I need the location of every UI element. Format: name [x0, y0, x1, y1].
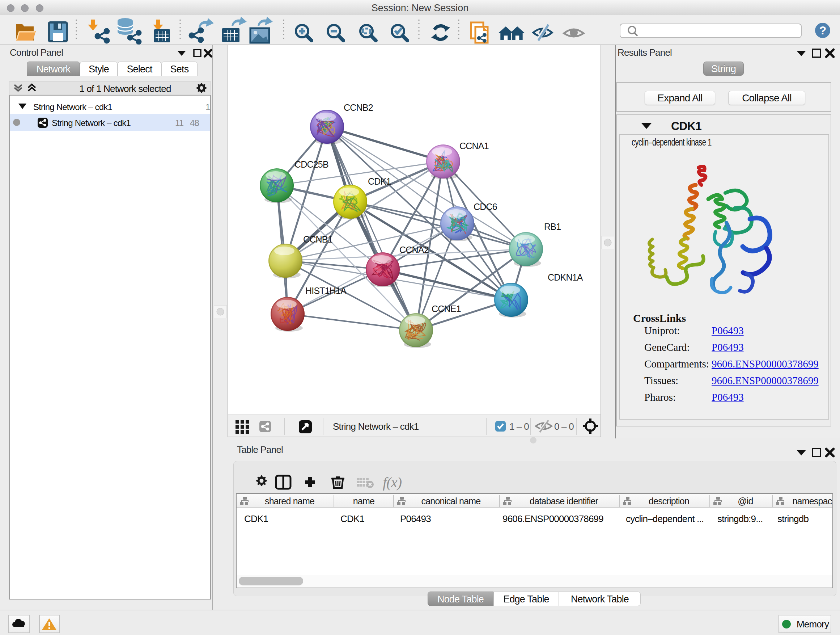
svg-text:1 – 0: 1 – 0	[509, 421, 529, 432]
svg-text:RB1: RB1	[544, 222, 561, 232]
svg-text:CCNA2: CCNA2	[399, 245, 429, 255]
svg-text:database identifier: database identifier	[530, 496, 598, 506]
svg-text:name: name	[353, 496, 374, 506]
svg-text:CDC6: CDC6	[474, 202, 497, 212]
svg-text:canonical name: canonical name	[422, 496, 481, 506]
svg-text:?: ?	[819, 24, 826, 37]
svg-text:shared name: shared name	[265, 496, 314, 506]
svg-text:CCNA1: CCNA1	[459, 141, 489, 151]
svg-text:namespac: namespac	[793, 496, 832, 506]
svg-text:CCNE1: CCNE1	[431, 304, 461, 314]
svg-text:CCNB2: CCNB2	[344, 103, 373, 112]
svg-text:0 – 0: 0 – 0	[554, 421, 574, 432]
svg-text:CDC25B: CDC25B	[294, 159, 328, 169]
svg-text:CDK1: CDK1	[368, 176, 391, 187]
svg-text:CCNB1: CCNB1	[303, 234, 332, 244]
svg-text:@id: @id	[737, 496, 753, 506]
svg-text:String Network – cdk1: String Network – cdk1	[333, 421, 419, 432]
svg-text:CDKN1A: CDKN1A	[548, 272, 583, 282]
svg-text:f(x): f(x)	[383, 474, 402, 491]
svg-text:description: description	[649, 496, 689, 506]
svg-text:HIST1H1A: HIST1H1A	[305, 286, 347, 296]
